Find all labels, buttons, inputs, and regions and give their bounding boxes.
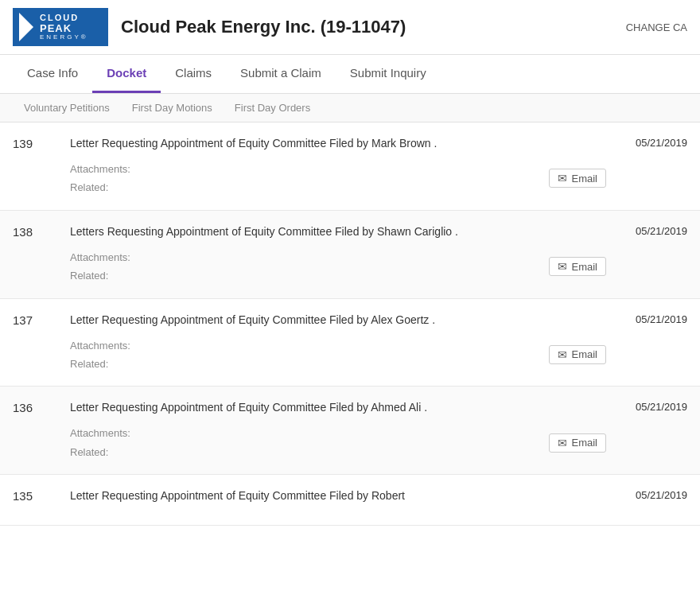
- attachments-label: Attachments:: [70, 336, 130, 355]
- docket-date: 05/21/2019: [616, 399, 687, 413]
- docket-content: Letter Requesting Appointment of Equity …: [60, 312, 616, 374]
- table-row: 138 Letters Requesting Appointment of Eq…: [0, 211, 700, 299]
- docket-number: 137: [13, 312, 60, 327]
- email-button[interactable]: ✉ Email: [549, 345, 606, 364]
- email-icon: ✉: [558, 348, 567, 361]
- table-row: 136 Letter Requesting Appointment of Equ…: [0, 387, 700, 475]
- nav-item-claims[interactable]: Claims: [161, 55, 226, 93]
- docket-title[interactable]: Letter Requesting Appointment of Equity …: [70, 312, 606, 328]
- docket-content: Letters Requesting Appointment of Equity…: [60, 223, 616, 286]
- email-label: Email: [571, 437, 597, 449]
- docket-meta: Attachments: Related: ✉ Email: [70, 336, 606, 374]
- docket-number: 139: [13, 135, 60, 150]
- table-row: 139 Letter Requesting Appointment of Equ…: [0, 122, 700, 211]
- header: CLOUD PEAK ENERGY® Cloud Peak Energy Inc…: [0, 0, 700, 55]
- docket-title[interactable]: Letter Requesting Appointment of Equity …: [70, 399, 606, 416]
- email-label: Email: [571, 173, 597, 185]
- docket-list: 139 Letter Requesting Appointment of Equ…: [0, 122, 700, 526]
- docket-meta-labels: Attachments: Related:: [70, 248, 130, 286]
- docket-meta: Attachments: Related: ✉ Email: [70, 248, 606, 286]
- logo-cloud-text: CLOUD: [40, 13, 88, 22]
- docket-number: 136: [13, 399, 60, 414]
- table-row: 135 Letter Requesting Appointment of Equ…: [0, 475, 700, 526]
- email-button[interactable]: ✉ Email: [549, 169, 606, 188]
- docket-number: 135: [13, 488, 60, 503]
- sub-nav-first-day-orders[interactable]: First Day Orders: [224, 94, 321, 122]
- logo-text: CLOUD PEAK ENERGY®: [40, 13, 88, 41]
- docket-date: 05/21/2019: [616, 223, 687, 237]
- attachments-label: Attachments:: [70, 248, 130, 266]
- related-label: Related:: [70, 266, 130, 285]
- sub-nav-voluntary-petitions[interactable]: Voluntary Petitions: [13, 94, 121, 122]
- attachments-label: Attachments:: [70, 424, 130, 442]
- attachments-label: Attachments:: [70, 160, 130, 178]
- docket-meta: Attachments: Related: ✉ Email: [70, 424, 606, 461]
- email-icon: ✉: [558, 172, 567, 185]
- page-title: Cloud Peak Energy Inc. (19-11047): [121, 17, 626, 37]
- related-label: Related:: [70, 355, 130, 373]
- nav-item-docket[interactable]: Docket: [92, 55, 161, 93]
- change-case-button[interactable]: CHANGE CA: [626, 21, 687, 33]
- logo-peak-text: PEAK: [40, 23, 88, 34]
- email-button[interactable]: ✉ Email: [549, 433, 606, 453]
- email-label: Email: [571, 261, 597, 273]
- docket-title[interactable]: Letters Requesting Appointment of Equity…: [70, 223, 606, 240]
- logo-triangle-icon: [19, 13, 33, 41]
- sub-nav-first-day-motions[interactable]: First Day Motions: [121, 94, 224, 122]
- logo: CLOUD PEAK ENERGY®: [13, 8, 108, 46]
- related-label: Related:: [70, 443, 130, 461]
- nav-item-submit-inquiry[interactable]: Submit Inquiry: [336, 55, 441, 93]
- docket-content: Letter Requesting Appointment of Equity …: [60, 399, 616, 461]
- logo-energy-text: ENERGY®: [40, 34, 88, 41]
- docket-meta-labels: Attachments: Related:: [70, 336, 130, 374]
- docket-meta-labels: Attachments: Related:: [70, 424, 130, 461]
- docket-date: 05/21/2019: [616, 135, 687, 149]
- docket-date: 05/21/2019: [616, 312, 687, 325]
- email-icon: ✉: [558, 437, 567, 449]
- email-icon: ✉: [558, 260, 567, 273]
- docket-date: 05/21/2019: [616, 488, 687, 501]
- docket-meta: Attachments: Related: ✉ Email: [70, 160, 606, 197]
- email-button[interactable]: ✉ Email: [549, 257, 606, 276]
- main-nav: Case Info Docket Claims Submit a Claim S…: [0, 55, 700, 94]
- email-label: Email: [571, 348, 597, 360]
- docket-meta-labels: Attachments: Related:: [70, 160, 130, 197]
- docket-title[interactable]: Letter Requesting Appointment of Equity …: [70, 135, 606, 152]
- docket-title[interactable]: Letter Requesting Appointment of Equity …: [70, 488, 606, 504]
- docket-content: Letter Requesting Appointment of Equity …: [60, 488, 616, 512]
- docket-content: Letter Requesting Appointment of Equity …: [60, 135, 616, 197]
- docket-number: 138: [13, 223, 60, 239]
- table-row: 137 Letter Requesting Appointment of Equ…: [0, 299, 700, 387]
- nav-item-submit-claim[interactable]: Submit a Claim: [226, 55, 336, 93]
- related-label: Related:: [70, 178, 130, 196]
- sub-nav: Voluntary Petitions First Day Motions Fi…: [0, 94, 700, 122]
- nav-item-case-info[interactable]: Case Info: [13, 55, 92, 93]
